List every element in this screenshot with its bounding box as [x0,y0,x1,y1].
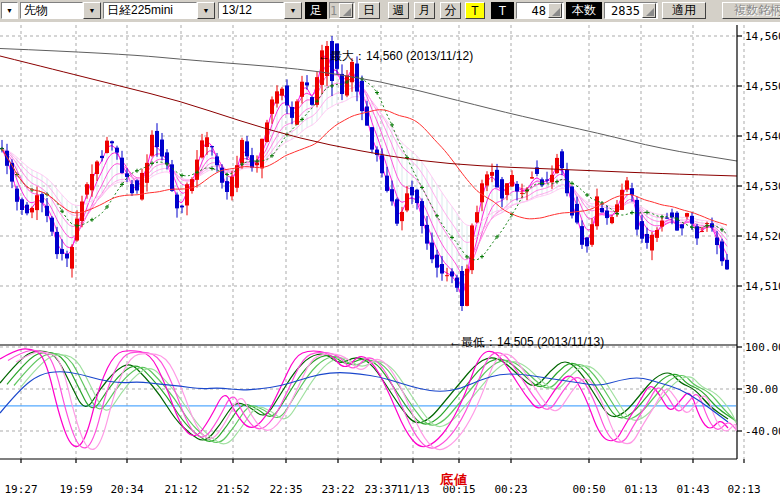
price-chart[interactable]: 19:2719:5920:3421:1221:5222:3523:2223:37… [0,22,780,500]
bar-count-value: 2835 [605,4,642,18]
trading-app-window: { "toolbar": { "preset_dropdown_icon": "… [0,0,780,500]
spinner-icon[interactable] [642,3,656,18]
max-price-annotation: ←最大：14,560 (2013/11/12) [318,48,473,65]
svg-text:14,520: 14,520 [745,230,780,243]
svg-text:19:59: 19:59 [59,483,92,496]
period-month-button[interactable]: 月 [414,2,435,19]
toolbar: ▼ 先物 ▼ 日経225mini ▼ 13/12 ▼ 足 1 日 週 月 分 T… [0,0,780,23]
svg-text:19:27: 19:27 [4,483,37,496]
period-week-button[interactable]: 週 [388,2,409,19]
spinner-icon[interactable] [339,3,353,18]
min-price-annotation: ←最低：14,505 (2013/11/13) [449,334,604,351]
svg-text:14,530: 14,530 [745,180,780,193]
chevron-down-icon[interactable]: ▼ [83,2,101,19]
svg-text:23:37: 23:37 [364,483,397,496]
contract-value: 13/12 [218,2,284,19]
interval-value: 1 [330,4,339,18]
svg-text:14,510: 14,510 [745,280,780,293]
svg-text:20:34: 20:34 [110,483,143,496]
chevron-down-icon[interactable]: ▼ [284,2,302,19]
svg-text:21:12: 21:12 [164,483,197,496]
svg-text:30.00: 30.00 [745,383,778,396]
spinner-icon[interactable] [548,3,562,18]
interval-stepper[interactable]: 1 [329,2,355,19]
tick-label: T [491,2,514,19]
category-value: 先物 [20,2,83,19]
apply-button[interactable]: 適用 [662,2,706,19]
category-combobox[interactable]: 先物 ▼ [20,2,101,19]
bottom-value-annotation: 底値 [440,471,468,489]
symbol-value: 日経225mini [103,2,197,19]
symbol-combobox[interactable]: 日経225mini ▼ [103,2,215,19]
svg-text:14,560: 14,560 [745,30,780,43]
contract-combobox[interactable]: 13/12 ▼ [218,2,302,19]
chevron-down-icon: ▼ [6,7,13,14]
period-minute-button[interactable]: 分 [440,2,461,19]
svg-text:01:43: 01:43 [676,483,709,496]
period-day-button[interactable]: 日 [358,2,380,19]
bar-type-label: 足 [305,2,327,19]
preset-dropdown[interactable]: ▼ [1,2,18,19]
svg-text:100.00: 100.00 [745,341,780,354]
svg-text:14,550: 14,550 [745,80,780,93]
svg-text:00:50: 00:50 [572,483,605,496]
svg-text:02:13: 02:13 [727,483,760,496]
chevron-down-icon[interactable]: ▼ [197,2,215,19]
svg-text:01:13: 01:13 [624,483,657,496]
bar-count-stepper[interactable]: 2835 [604,2,658,19]
svg-text:-40.00: -40.00 [745,425,780,438]
tick-count-stepper[interactable]: 48 [516,2,564,19]
svg-text:21:52: 21:52 [216,483,249,496]
chart-area: 19:2719:5920:3421:1221:5222:3523:2223:37… [0,22,780,500]
tick-toggle-button[interactable]: T [465,2,485,19]
svg-text:11/13: 11/13 [396,483,429,496]
svg-text:14,540: 14,540 [745,130,780,143]
tick-count-value: 48 [517,4,548,18]
svg-text:22:35: 22:35 [269,483,302,496]
svg-text:00:23: 00:23 [494,483,527,496]
bar-count-label: 本数 [566,2,602,19]
multi-symbol-button[interactable]: 複数銘柄 [722,2,780,19]
svg-text:23:22: 23:22 [321,483,354,496]
